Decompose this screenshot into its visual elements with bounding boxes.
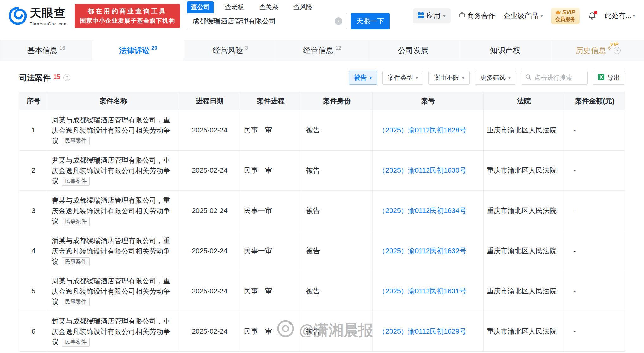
section-bar: 司法案件 15 ? 被告 ▾ 案件类型 ▾ 案由不限 ▾ (0, 70, 644, 85)
cell-index: 3 (19, 191, 48, 231)
case-type-tag: 民事案件 (62, 177, 90, 186)
search-type-tabs: 查公司 查老板 查关系 查风险 (187, 2, 390, 13)
filter-dropdown-button[interactable]: 更多筛选 ▾ (475, 71, 516, 85)
nav-tab[interactable]: 历史信息 6 VIP ? (552, 40, 644, 61)
chevron-down-icon: ▾ (416, 75, 418, 80)
cooperation-label: 商务合作 (467, 11, 495, 21)
svip-badge[interactable]: SVIP 会员服务 (551, 8, 580, 24)
case-number-link[interactable]: （2025）渝0112民初1632号 (378, 247, 466, 255)
cell-case-number: （2025）渝0112民初1632号 (373, 231, 484, 271)
search-type-tab[interactable]: 查老板 (221, 1, 248, 13)
nav-tab-label: 经营风险 (213, 45, 243, 55)
business-cooperation-link[interactable]: 商务合作 (459, 11, 495, 21)
cell-index: 4 (19, 231, 48, 271)
tianyancha-logo[interactable]: 天眼查 TianYanCha.com (9, 5, 68, 26)
cell-amount: - (564, 151, 625, 191)
company-search-input[interactable] (187, 13, 327, 29)
cell-role: 被告 (301, 271, 373, 311)
cell-date: 2025-02-24 (179, 191, 240, 231)
search-type-tab[interactable]: 查公司 (187, 1, 214, 13)
filter-dropdown-button[interactable]: 被告 ▾ (349, 71, 377, 85)
filter-dropdown-button[interactable]: 案件类型 ▾ (382, 71, 423, 85)
cell-court: 重庆市渝北区人民法院 (484, 110, 564, 151)
promo-banner: 都在用的商业查询工具 国家中小企业发展子基金旗下机构 (75, 4, 180, 28)
cell-index: 1 (19, 110, 48, 151)
case-number-link[interactable]: （2025）渝0112民初1628号 (378, 126, 466, 134)
col-header-case-no: 案号 (373, 92, 484, 110)
cell-progress: 民事一审 (240, 151, 301, 191)
cell-progress: 民事一审 (240, 231, 301, 271)
briefcase-icon (459, 12, 465, 20)
logo-brand-text: 天眼查 (30, 5, 68, 21)
question-icon[interactable]: ? (63, 74, 70, 81)
clear-input-icon[interactable]: × (335, 17, 342, 25)
filter-dropdown-button[interactable]: 案由不限 ▾ (428, 71, 470, 85)
table-search-input[interactable] (534, 74, 582, 81)
cell-progress: 民事一审 (240, 311, 301, 352)
promo-line1: 都在用的商业查询工具 (80, 7, 175, 16)
section-title: 司法案件 (19, 73, 51, 83)
export-button[interactable]: 导出 (593, 71, 625, 85)
nav-tab[interactable]: 基本信息 16 VIP ? (0, 40, 92, 61)
table-search-box[interactable] (521, 71, 588, 85)
table-row: 5 周某与成都缦瑞酒店管理有限公司，重庆金逸凡装饰设计有限公司相关劳动争议民事案… (19, 271, 625, 311)
col-header-case-name: 案件名称 (48, 92, 179, 110)
cell-amount: - (564, 311, 625, 352)
nav-tab[interactable]: 经营信息 12 VIP ? (276, 40, 368, 61)
search-block: 查公司 查老板 查关系 查风险 × 天眼一下 (187, 2, 390, 29)
filter-label: 案件类型 (388, 74, 413, 82)
cell-date: 2025-02-24 (179, 110, 240, 151)
case-number-link[interactable]: （2025）渝0112民初1634号 (378, 207, 466, 215)
grid-icon (418, 12, 424, 20)
nav-tab-label: 公司发展 (398, 45, 428, 55)
apps-menu-button[interactable]: 应用 ▾ (413, 8, 451, 23)
nav-tab-label: 知识产权 (490, 45, 520, 55)
svip-label: SVIP (562, 9, 575, 16)
nav-tab[interactable]: 知识产权 VIP ? (460, 40, 552, 61)
nav-tab[interactable]: 公司发展 VIP ? (368, 40, 460, 61)
nav-tab-count: 16 (60, 45, 65, 51)
cases-table: 序号 案件名称 进程日期 案件进程 案件身份 案号 法院 案件金额(元) 1 周… (19, 92, 625, 352)
table-row: 2 尹某与成都缦瑞酒店管理有限公司，重庆金逸凡装饰设计有限公司相关劳动争议民事案… (19, 151, 625, 191)
nav-tab[interactable]: 经营风险 3 VIP ? (184, 40, 276, 61)
case-type-tag: 民事案件 (62, 298, 90, 306)
chevron-down-icon: ▾ (370, 75, 372, 80)
case-number-link[interactable]: （2025）渝0112民初1631号 (378, 287, 466, 295)
case-type-tag: 民事案件 (62, 338, 90, 347)
case-number-link[interactable]: （2025）渝0112民初1630号 (378, 166, 466, 174)
enterprise-products-link[interactable]: 企业级产品 ▾ (504, 11, 543, 21)
cell-progress: 民事一审 (240, 191, 301, 231)
nav-tab-label: 历史信息 (576, 45, 606, 55)
svip-sublabel: 会员服务 (555, 16, 576, 23)
cell-index: 2 (19, 151, 48, 191)
filter-group: 被告 ▾ 案件类型 ▾ 案由不限 ▾ 更多筛选 ▾ (349, 71, 516, 85)
cell-case-number: （2025）渝0112民初1631号 (373, 271, 484, 311)
filter-label: 案由不限 (434, 74, 459, 82)
chevron-down-icon: ▾ (443, 14, 446, 18)
promo-line2: 国家中小企业发展子基金旗下机构 (80, 17, 175, 25)
excel-icon (598, 74, 605, 82)
search-button[interactable]: 天眼一下 (351, 13, 390, 29)
notification-bell-icon[interactable] (588, 12, 596, 20)
account-menu[interactable]: 此处有... ▾ (605, 11, 635, 21)
top-header: 天眼查 TianYanCha.com 都在用的商业查询工具 国家中小企业发展子基… (0, 0, 644, 32)
cell-case-name: 周某与成都缦瑞酒店管理有限公司，重庆金逸凡装饰设计有限公司相关劳动争议民事案件 (48, 110, 179, 151)
cell-case-number: （2025）渝0112民初1629号 (373, 311, 484, 352)
cell-role: 被告 (301, 311, 373, 352)
cell-case-name: 尹某与成都缦瑞酒店管理有限公司，重庆金逸凡装饰设计有限公司相关劳动争议民事案件 (48, 151, 179, 191)
chevron-down-icon: ▾ (508, 75, 511, 80)
col-header-court: 法院 (484, 92, 564, 110)
search-type-tab[interactable]: 查关系 (255, 1, 282, 13)
search-input-wrap: × (187, 13, 347, 29)
section-count: 15 (53, 73, 60, 80)
question-icon[interactable]: ? (614, 47, 621, 54)
cell-progress: 民事一审 (240, 271, 301, 311)
search-type-tab[interactable]: 查风险 (290, 1, 316, 13)
cell-role: 被告 (301, 151, 373, 191)
cell-date: 2025-02-24 (179, 231, 240, 271)
case-number-link[interactable]: （2025）渝0112民初1629号 (378, 327, 466, 335)
cell-case-name: 曹某与成都缦瑞酒店管理有限公司，重庆金逸凡装饰设计有限公司相关劳动争议民事案件 (48, 191, 179, 231)
nav-tab[interactable]: 法律诉讼 20 VIP ? (92, 40, 184, 61)
nav-tab-count: 3 (245, 45, 248, 51)
nav-tab-label: 基本信息 (27, 45, 58, 55)
